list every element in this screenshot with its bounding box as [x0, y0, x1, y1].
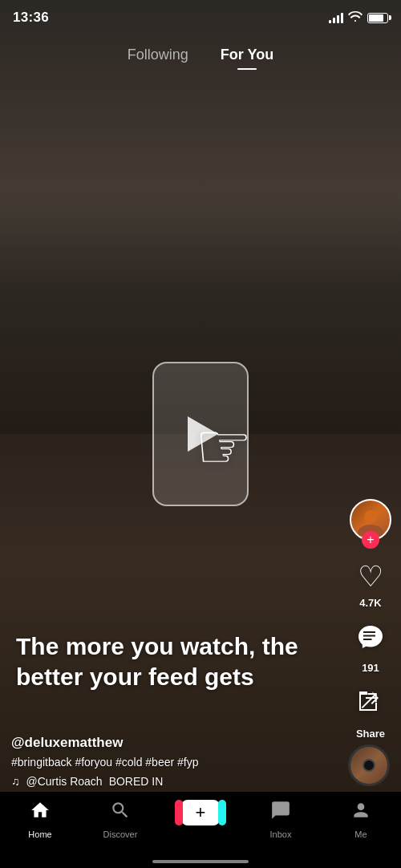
create-btn-inner: +: [181, 800, 220, 825]
share-icon: [356, 688, 385, 724]
comment-count: 191: [362, 662, 379, 674]
share-label: Share: [356, 728, 385, 740]
inbox-label: Inbox: [270, 829, 292, 839]
bottom-info: @deluxematthew #bringitback #foryou #col…: [11, 735, 329, 788]
music-note-icon: ♫: [11, 775, 20, 788]
hand-cursor-icon: ☞: [195, 415, 253, 479]
music-artist: @Curtis Roach: [26, 775, 103, 788]
like-count: 4.7K: [359, 597, 381, 609]
comment-button[interactable]: 191: [356, 623, 385, 674]
side-actions: + ♡ 4.7K 191 Share: [350, 499, 391, 740]
status-bar: 13:36: [0, 0, 401, 35]
follow-button[interactable]: +: [362, 531, 379, 549]
status-icons: [329, 11, 388, 25]
promo-line1: The more you watch, the: [16, 633, 298, 659]
status-time: 13:36: [13, 10, 49, 26]
promo-text: The more you watch, the better your feed…: [16, 631, 321, 692]
tab-me[interactable]: Me: [337, 800, 385, 839]
home-icon: [30, 800, 51, 826]
home-indicator: [152, 860, 249, 863]
profile-icon: [350, 800, 371, 826]
music-title: BORED IN: [109, 775, 164, 788]
svg-point-0: [364, 510, 377, 523]
discover-icon: [110, 800, 131, 826]
hashtags: #bringitback #foryou #cold #beer #fyp: [11, 756, 329, 769]
heart-icon: ♡: [358, 560, 383, 594]
creator-avatar-container[interactable]: +: [350, 499, 391, 541]
like-button[interactable]: ♡ 4.7K: [358, 560, 383, 609]
inbox-icon: [270, 800, 291, 826]
tab-home[interactable]: Home: [16, 800, 64, 839]
play-overlay[interactable]: ☞: [152, 362, 249, 506]
tab-following[interactable]: Following: [128, 43, 188, 67]
me-label: Me: [354, 829, 367, 839]
plus-icon: +: [196, 802, 206, 823]
comment-icon: [356, 623, 385, 659]
home-label: Home: [28, 829, 51, 839]
top-navigation: Following For You: [0, 35, 401, 75]
tab-discover[interactable]: Discover: [96, 800, 144, 839]
tab-inbox[interactable]: Inbox: [257, 800, 305, 839]
music-disc: [348, 744, 390, 786]
music-info: ♫ @Curtis Roach BORED IN: [11, 775, 329, 788]
battery-icon: [367, 13, 388, 23]
promo-line2: better your feed gets: [16, 663, 254, 690]
signal-icon: [329, 12, 343, 23]
bottom-tab-bar: Home Discover + Inbox Me: [0, 792, 401, 868]
share-button[interactable]: Share: [356, 688, 385, 740]
create-button[interactable]: +: [176, 800, 225, 825]
creator-username[interactable]: @deluxematthew: [11, 735, 329, 751]
wifi-icon: [348, 11, 363, 25]
discover-label: Discover: [103, 829, 138, 839]
tab-for-you[interactable]: For You: [221, 43, 273, 67]
